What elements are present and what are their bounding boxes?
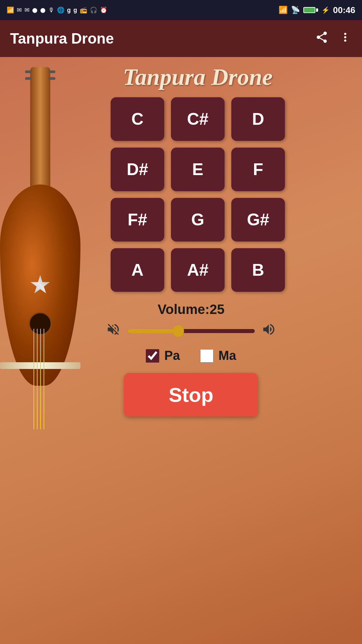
string-2 <box>37 329 38 429</box>
string-3 <box>40 329 41 429</box>
battery-tip <box>316 8 318 12</box>
circle-icon: ⬤ <box>32 7 38 13</box>
volume-up-icon[interactable] <box>261 322 276 340</box>
g-icon: g <box>67 7 71 14</box>
signal-icon: 📡 <box>291 6 300 14</box>
battery-indicator <box>303 7 318 13</box>
note-button-Gsharp[interactable]: G# <box>231 198 285 241</box>
stop-button[interactable]: Stop <box>124 373 258 417</box>
alarm-icon: ⏰ <box>100 6 107 14</box>
bolt-icon: ⚡ <box>321 6 330 14</box>
gmail-icon: ✉ <box>17 6 22 14</box>
status-right: 📶 📡 ⚡ 00:46 <box>279 5 356 15</box>
pa-label: Pa <box>164 348 180 363</box>
note-button-C[interactable]: C <box>111 97 164 141</box>
tanpura-image <box>0 57 87 460</box>
hero-title: Tanpura Drone <box>123 64 273 91</box>
note-button-E[interactable]: E <box>171 148 225 191</box>
volume-section: Volume:25 <box>90 302 292 340</box>
volume-thumb[interactable] <box>173 325 184 337</box>
circle2-icon: ⬤ <box>40 7 46 13</box>
share-button[interactable] <box>315 31 328 47</box>
ma-checkbox[interactable] <box>200 349 214 363</box>
more-options-button[interactable] <box>339 31 352 47</box>
ma-checkbox-item: Ma <box>200 348 236 363</box>
volume-fill <box>127 329 178 333</box>
volume-slider[interactable] <box>127 329 255 333</box>
battery-body <box>303 7 315 13</box>
tanpura-decoration <box>30 275 50 295</box>
note-button-Asharp[interactable]: A# <box>171 248 225 292</box>
tuning-peg-4 <box>49 77 55 80</box>
wifi-icon: 📶 <box>279 6 288 14</box>
tanpura-body <box>7 67 74 453</box>
headphones-icon: 🎧 <box>90 6 97 14</box>
ma-label: Ma <box>219 348 236 363</box>
note-button-D[interactable]: D <box>231 97 285 141</box>
volume-mute-icon[interactable] <box>106 322 121 340</box>
tanpura-strings <box>34 329 47 429</box>
note-button-G[interactable]: G <box>171 198 225 241</box>
tanpura-neck <box>30 67 50 201</box>
pa-checkbox-item: Pa <box>146 348 180 363</box>
note-button-Csharp[interactable]: C# <box>171 97 225 141</box>
volume-label: Volume:25 <box>158 302 224 317</box>
app-bar-actions <box>315 31 352 47</box>
status-icons: 📶 ✉ ✉ ⬤ ⬤ 🎙 🌐 g g 📻 🎧 ⏰ <box>7 6 107 14</box>
string-4 <box>44 329 44 429</box>
tuning-peg-1 <box>25 70 32 73</box>
g2-icon: g <box>73 7 77 14</box>
note-button-Fsharp[interactable]: F# <box>111 198 164 241</box>
mic-icon: 🎙 <box>48 7 54 14</box>
string-1 <box>34 329 34 429</box>
clock-display: 00:46 <box>333 5 356 15</box>
checkbox-row: Pa Ma <box>146 348 236 363</box>
sim-icon: 📶 <box>7 6 14 14</box>
radio-icon: 📻 <box>80 6 87 14</box>
note-button-B[interactable]: B <box>231 248 285 292</box>
volume-row <box>90 322 292 340</box>
status-bar: 📶 ✉ ✉ ⬤ ⬤ 🎙 🌐 g g 📻 🎧 ⏰ 📶 📡 ⚡ 00:46 <box>0 0 362 20</box>
note-grid: C C# D D# E F F# G G# A A# B <box>111 97 285 292</box>
note-button-F[interactable]: F <box>231 148 285 191</box>
chrome-icon: 🌐 <box>57 6 64 14</box>
tuning-peg-3 <box>49 70 55 73</box>
main-content: Tanpura Drone C C# D D# E F F# G G# A A#… <box>0 57 362 644</box>
pa-checkbox[interactable] <box>146 349 159 363</box>
app-title: Tanpura Drone <box>10 30 114 47</box>
note-button-Dsharp[interactable]: D# <box>111 148 164 191</box>
gmail2-icon: ✉ <box>24 6 29 14</box>
tuning-peg-2 <box>25 77 32 80</box>
app-bar: Tanpura Drone <box>0 20 362 57</box>
note-button-A[interactable]: A <box>111 248 164 292</box>
